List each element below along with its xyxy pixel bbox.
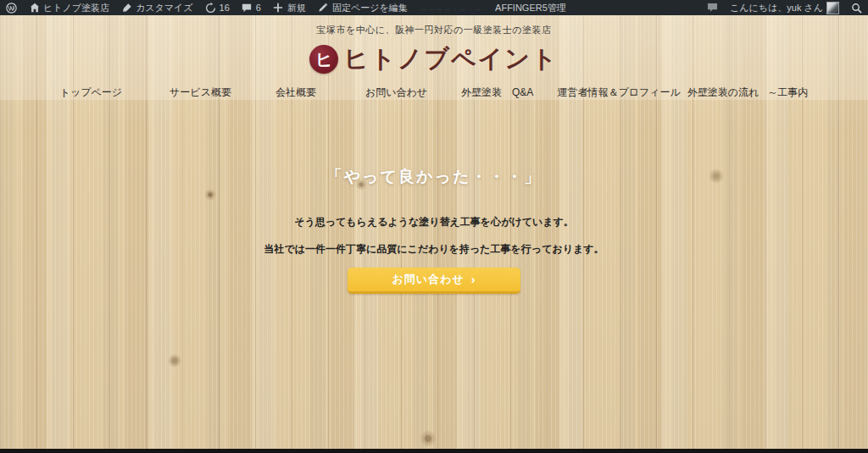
nav-item-flow[interactable]: 外壁塗装の流れ: [687, 86, 760, 100]
my-account-menu[interactable]: こんにちは、yuk さん: [724, 0, 845, 15]
customize-menu[interactable]: カスタマイズ: [115, 0, 199, 15]
affinger-admin-menu[interactable]: AFFINGER5管理: [489, 0, 572, 15]
home-icon: [29, 3, 40, 14]
plus-icon: [273, 3, 284, 14]
speech-bubble-icon: [707, 3, 718, 14]
comments-menu[interactable]: 6: [236, 0, 267, 15]
admin-bar-right: こんにちは、yuk さん: [701, 0, 868, 15]
edit-page-menu[interactable]: 固定ページを編集: [312, 0, 414, 15]
wp-admin-bar: ヒトノブ塗装店 カスタマイズ 16 6 新規 固定ページを編集 ＿＿＿＿ , ＿…: [0, 0, 868, 15]
brush-icon: [121, 3, 132, 14]
nav-item-services[interactable]: サービス概要: [170, 86, 231, 100]
updates-menu[interactable]: 16: [199, 0, 236, 15]
hero-section: 「やって良かった・・・」 そう思ってもらえるような塗り替え工事を心がけています。…: [0, 166, 868, 294]
new-label: 新規: [287, 0, 306, 15]
main-nav: トップページ サービス概要 会社概要 お問い合わせ 外壁塗装 Q&A 運営者情報…: [0, 86, 868, 100]
nav-item-profile[interactable]: 運営者情報＆プロフィール: [557, 86, 680, 100]
logo-text: ヒトノブペイント: [343, 42, 558, 76]
site-name-label: ヒトノブ塗装店: [43, 0, 109, 15]
chevron-right-icon: ›: [471, 273, 476, 286]
avatar: [826, 2, 839, 14]
nav-item-construction[interactable]: ～工事内: [767, 86, 808, 100]
nav-item-qa[interactable]: 外壁塗装 Q&A: [461, 86, 533, 100]
hero-heading: 「やって良かった・・・」: [0, 166, 868, 188]
site-logo[interactable]: ヒ ヒトノブペイント: [0, 42, 868, 76]
nav-item-top[interactable]: トップページ: [60, 86, 122, 100]
pencil-icon: [318, 3, 329, 14]
site-name-menu[interactable]: ヒトノブ塗装店: [23, 0, 115, 15]
window-bottom-edge: [0, 449, 868, 453]
contact-cta-button[interactable]: お問い合わせ ›: [348, 268, 520, 294]
page-background: 宝塚市を中心に、阪神一円対応の一級塗装士の塗装店 ヒ ヒトノブペイント トップペ…: [0, 15, 868, 449]
new-content-menu[interactable]: 新規: [267, 0, 312, 15]
nav-item-company[interactable]: 会社概要: [275, 86, 316, 100]
edit-page-label: 固定ページを編集: [332, 0, 408, 15]
comment-icon: [242, 3, 253, 14]
hero-line1: そう思ってもらえるような塗り替え工事を心がけています。: [0, 215, 868, 229]
updates-count: 16: [220, 0, 230, 15]
logo-mark-icon: ヒ: [309, 45, 338, 74]
contact-cta-label: お問い合わせ: [392, 272, 465, 287]
search-toggle[interactable]: [845, 0, 868, 15]
howdy-label: こんにちは、yuk さん: [730, 0, 823, 15]
nav-item-contact[interactable]: お問い合わせ: [365, 86, 427, 100]
hero-line2: 当社では一件一件丁寧に品質にこだわりを持った工事を行っております。: [0, 242, 868, 257]
render-artifact: ＿＿＿＿ , ＿ , ＿: [414, 0, 489, 15]
update-icon: [205, 3, 216, 14]
wp-logo-menu[interactable]: [0, 0, 23, 15]
notes-menu[interactable]: [701, 0, 724, 15]
wordpress-logo-icon: [6, 3, 17, 14]
affinger-admin-label: AFFINGER5管理: [495, 0, 566, 15]
comments-count: 6: [256, 0, 261, 15]
customize-label: カスタマイズ: [136, 0, 193, 15]
site-tagline: 宝塚市を中心に、阪神一円対応の一級塗装士の塗装店: [0, 15, 868, 36]
search-icon: [851, 3, 862, 14]
